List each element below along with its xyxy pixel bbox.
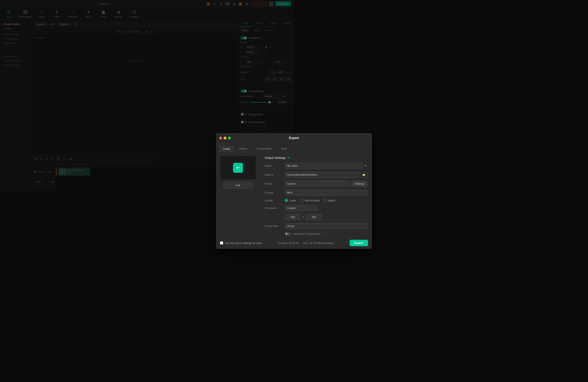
save-to-container: 📁 <box>285 172 294 178</box>
modal-overlay: Export Local Device Social Media DVD ✏ E… <box>0 0 294 191</box>
save-to-row: Save to 📁 <box>265 172 294 178</box>
maximize-window-button[interactable] <box>228 137 231 139</box>
preset-row: Preset Custom Settings <box>265 181 294 187</box>
modal-tab-dvd[interactable]: DVD <box>277 146 291 152</box>
modal-preview: ✏ Edit <box>216 152 260 191</box>
name-label: Name <box>265 164 283 167</box>
modal-settings: Output Settings ⟳ Name ✏ Save to <box>260 152 294 191</box>
preset-container: Custom Settings <box>285 181 294 187</box>
export-modal: Export Local Device Social Media DVD ✏ E… <box>216 133 294 191</box>
save-to-input[interactable] <box>285 172 294 178</box>
preview-thumbnail: ✏ <box>220 156 256 180</box>
name-row: Name ✏ <box>265 163 294 169</box>
traffic-lights <box>219 137 231 139</box>
modal-tab-social-media[interactable]: Social Media <box>252 146 276 152</box>
preset-select[interactable]: Custom <box>285 181 294 187</box>
close-window-button[interactable] <box>219 137 222 139</box>
modal-tab-device[interactable]: Device <box>235 146 252 152</box>
minimize-window-button[interactable] <box>224 137 226 139</box>
format-select[interactable]: MP4 <box>285 190 294 191</box>
preset-label: Preset <box>265 182 283 185</box>
modal-tabs: Local Device Social Media DVD <box>216 143 294 152</box>
name-field-container: ✏ <box>285 163 294 169</box>
preview-icon: ✏ <box>233 163 243 173</box>
output-settings-label: Output Settings <box>265 156 286 159</box>
output-settings-icon[interactable]: ⟳ <box>287 156 290 160</box>
modal-body: ✏ Edit Output Settings ⟳ Name ✏ <box>216 152 294 191</box>
name-input[interactable] <box>285 163 294 169</box>
modal-title: Export <box>289 136 294 140</box>
output-settings-header: Output Settings ⟳ <box>265 156 294 160</box>
modal-header: Export <box>216 133 294 143</box>
modal-tab-local[interactable]: Local <box>219 146 234 152</box>
edit-button[interactable]: Edit <box>223 182 252 188</box>
format-row: Format MP4 <box>265 190 294 191</box>
save-to-label: Save to <box>265 173 283 176</box>
